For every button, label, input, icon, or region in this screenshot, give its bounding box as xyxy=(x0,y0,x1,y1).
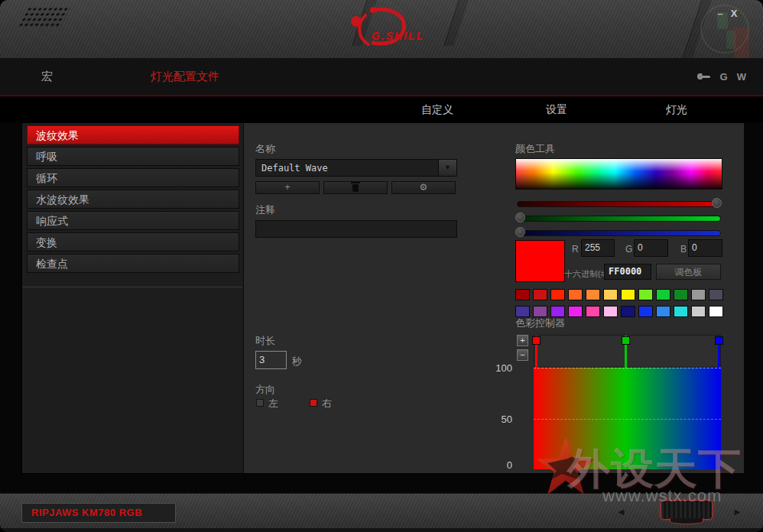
gradient-stop-handle[interactable] xyxy=(622,336,630,345)
direction-right-checkbox[interactable] xyxy=(310,399,317,407)
trash-icon xyxy=(352,184,359,192)
sidebar-item-effect[interactable]: 波纹效果 xyxy=(27,125,239,144)
blue-slider[interactable] xyxy=(517,230,721,236)
gskill-logo: G.SKILL xyxy=(343,5,442,54)
color-swatch[interactable] xyxy=(656,306,670,317)
sidebar-item-effect[interactable]: 变换 xyxy=(27,232,239,251)
g-value-input[interactable]: 0 xyxy=(634,239,668,257)
tab-row: 自定义 设置 灯光 xyxy=(0,98,763,122)
color-swatch[interactable] xyxy=(586,289,600,300)
sidebar-item-effect[interactable]: 循环 xyxy=(27,168,239,187)
color-tools-title: 颜色工具 xyxy=(515,142,555,156)
keyboard-wrist-rest xyxy=(670,518,703,524)
w-label[interactable]: W xyxy=(737,71,746,83)
color-swatch[interactable] xyxy=(621,306,635,317)
color-controller-title: 色彩控制器 xyxy=(515,316,565,330)
color-swatch[interactable] xyxy=(674,306,688,317)
add-profile-button[interactable]: + xyxy=(255,181,320,194)
bottom-edge xyxy=(0,528,763,532)
seal-mark xyxy=(717,12,728,29)
color-swatch[interactable] xyxy=(621,289,635,300)
color-swatch[interactable] xyxy=(709,306,723,317)
duration-input[interactable]: 3 xyxy=(255,351,287,369)
sidebar-item-effect[interactable]: 响应式 xyxy=(27,211,239,230)
color-swatch[interactable] xyxy=(515,306,530,317)
gradient-stop-strip[interactable] xyxy=(534,335,721,368)
color-swatch[interactable] xyxy=(656,289,670,300)
g-series-label[interactable]: G xyxy=(720,71,728,83)
profile-settings-button[interactable]: ⚙ xyxy=(391,181,456,194)
chassis-seam xyxy=(443,0,469,46)
watermark-url: www.wstx.com xyxy=(602,486,722,506)
color-swatch[interactable] xyxy=(550,306,565,317)
tab-custom[interactable]: 自定义 xyxy=(421,98,453,122)
color-swatch[interactable] xyxy=(568,289,583,300)
color-swatch[interactable] xyxy=(674,289,688,300)
tab-lighting[interactable]: 灯光 xyxy=(666,98,687,122)
red-slider-thumb[interactable] xyxy=(712,198,722,208)
profile-name-value: Default Wave xyxy=(261,163,328,174)
color-swatch[interactable] xyxy=(638,289,653,300)
tab-settings[interactable]: 设置 xyxy=(546,98,567,122)
color-swatch[interactable] xyxy=(586,306,600,317)
color-spectrum-picker[interactable] xyxy=(515,158,722,190)
seal-stamp xyxy=(734,28,749,58)
hex-value-input[interactable]: FF0000 xyxy=(604,264,651,280)
color-swatch[interactable] xyxy=(550,289,565,300)
menu-item-lighting-profile[interactable]: 灯光配置文件 xyxy=(151,58,219,95)
color-swatch[interactable] xyxy=(533,306,547,317)
duration-unit: 秒 xyxy=(292,355,302,368)
sidebar-item-effect[interactable]: 呼吸 xyxy=(27,147,239,166)
axis-label-0: 0 xyxy=(491,459,512,471)
g-label: G xyxy=(625,244,632,255)
comment-label: 注释 xyxy=(255,203,275,217)
effects-sidebar: 波纹效果呼吸循环水波纹效果响应式变换检查点 xyxy=(22,123,244,473)
device-prev-arrow[interactable]: ◄ xyxy=(616,506,626,517)
color-swatch[interactable] xyxy=(638,306,653,317)
gradient-stop-handle[interactable] xyxy=(715,336,723,345)
watermark-seal xyxy=(700,5,749,54)
chevron-down-icon[interactable]: ▼ xyxy=(438,160,456,176)
comment-input[interactable] xyxy=(255,220,457,238)
delete-profile-button[interactable] xyxy=(323,181,388,194)
content-panel: 波纹效果呼吸循环水波纹效果响应式变换检查点 名称 Default Wave ▼ … xyxy=(21,122,743,474)
menu-bar: 宏 灯光配置文件 G W xyxy=(0,58,763,96)
palette-button[interactable]: 调色板 xyxy=(656,264,721,280)
color-swatch[interactable] xyxy=(691,289,706,300)
menu-item-macro[interactable]: 宏 xyxy=(41,58,53,95)
blue-slider-thumb[interactable] xyxy=(515,227,525,237)
color-swatch[interactable] xyxy=(568,306,583,317)
color-swatch[interactable] xyxy=(603,289,618,300)
gskill-logo-swoosh xyxy=(343,5,442,54)
r-value-input[interactable]: 255 xyxy=(581,239,615,257)
sidebar-item-effect[interactable]: 水波纹效果 xyxy=(27,190,239,209)
top-chassis: G.SKILL – X xyxy=(0,0,763,58)
color-swatch[interactable] xyxy=(515,289,530,300)
wrench-icon[interactable] xyxy=(697,73,711,79)
swatch-row-1 xyxy=(515,289,726,301)
green-slider-thumb[interactable] xyxy=(515,212,525,222)
app-window: G.SKILL – X 宏 灯光配置文件 G W 自定义 设置 灯光 波纹效果呼… xyxy=(0,0,763,532)
direction-label: 方向 xyxy=(255,383,275,397)
color-swatch[interactable] xyxy=(709,289,723,300)
axis-label-50: 50 xyxy=(491,414,512,425)
gradient-50-line xyxy=(534,419,721,420)
current-color-preview xyxy=(515,240,565,282)
b-value-input[interactable]: 0 xyxy=(688,239,722,257)
add-stop-button[interactable]: + xyxy=(517,335,528,346)
color-swatch[interactable] xyxy=(603,306,618,317)
green-slider[interactable] xyxy=(517,216,721,222)
color-swatch[interactable] xyxy=(533,289,547,300)
direction-right-label: 右 xyxy=(322,397,332,410)
sidebar-divider xyxy=(22,287,242,287)
gradient-stop-handle[interactable] xyxy=(532,336,541,345)
duration-label: 时长 xyxy=(255,334,275,348)
profile-name-select[interactable]: Default Wave ▼ xyxy=(255,159,457,177)
direction-left-checkbox[interactable] xyxy=(256,399,264,407)
remove-stop-button[interactable]: − xyxy=(517,349,528,361)
sidebar-item-effect[interactable]: 检查点 xyxy=(27,254,239,273)
device-next-arrow[interactable]: ► xyxy=(732,506,742,517)
red-slider[interactable] xyxy=(517,201,721,207)
color-swatch[interactable] xyxy=(691,306,706,317)
hex-label: 十六进制(# xyxy=(564,268,606,280)
